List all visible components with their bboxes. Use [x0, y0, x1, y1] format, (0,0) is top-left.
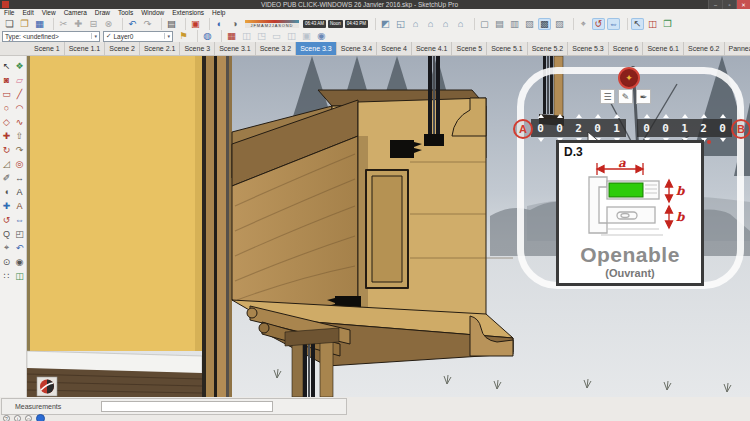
zoom-extents-icon[interactable]: ⌖	[577, 18, 590, 30]
model-info-icon[interactable]: ▣	[189, 18, 202, 30]
select-tool-icon[interactable]: ↖	[0, 59, 13, 72]
redo-icon[interactable]: ↷	[141, 18, 154, 30]
zoom-extents-tool-icon[interactable]: ⌖	[0, 241, 13, 254]
shadow-time-end[interactable]: 04:43 PM	[345, 20, 368, 28]
menu-file[interactable]: File	[0, 9, 18, 17]
paint-bucket-tool-icon[interactable]: ◙	[0, 73, 13, 86]
push-pull-tool-icon[interactable]: ⇧	[13, 129, 26, 142]
digit-cell[interactable]: 2	[569, 114, 588, 142]
menu-view[interactable]: View	[38, 9, 60, 17]
scene-tab-scene-3[interactable]: Scene 3	[180, 42, 215, 55]
menu-extensions[interactable]: Extensions	[168, 9, 208, 17]
walk-tool-icon[interactable]: ∷	[0, 269, 13, 282]
menu-edit[interactable]: Edit	[18, 9, 37, 17]
offset-tool-icon[interactable]: ◎	[13, 157, 26, 170]
digit-cell[interactable]: 0	[637, 114, 656, 142]
scene-tab-panneau-de-commande[interactable]: Panneau de commande	[725, 42, 750, 55]
position-camera-tool-icon[interactable]: ⊙	[0, 255, 13, 268]
pan-icon[interactable]: ⇔	[607, 18, 620, 30]
shadow-time-start[interactable]: 06:43 AM	[303, 20, 326, 28]
scene-tab-scene-5-3[interactable]: Scene 5.3	[568, 42, 609, 55]
increment-arrow-icon[interactable]	[644, 114, 650, 118]
axes-tool-icon[interactable]: ✚	[0, 199, 13, 212]
increment-arrow-icon[interactable]	[720, 114, 726, 118]
section-display-icon[interactable]: ◫	[646, 18, 659, 30]
orbit-tool-icon[interactable]: ↺	[0, 213, 13, 226]
back-view-icon[interactable]: ⌂	[439, 18, 452, 30]
scene-tab-scene-6-1[interactable]: Scene 6.1	[643, 42, 684, 55]
wireframe-icon[interactable]: ▤	[493, 18, 506, 30]
decrement-arrow-icon[interactable]	[538, 138, 544, 142]
section-fill-3-icon[interactable]: ▣	[300, 30, 313, 42]
scene-tab-scene-5-2[interactable]: Scene 5.2	[528, 42, 569, 55]
menu-help[interactable]: Help	[208, 9, 229, 17]
open-icon[interactable]: ❐	[18, 18, 31, 30]
shadow-date-slider[interactable]: JFMAMJJASOND	[245, 20, 299, 28]
follow-me-tool-icon[interactable]: ↷	[13, 143, 26, 156]
rotate-tool-icon[interactable]: ↻	[0, 143, 13, 156]
menu-draw[interactable]: Draw	[91, 9, 114, 17]
dimension-tool-icon[interactable]: ↔	[13, 171, 26, 184]
scene-tab-scene-3-2[interactable]: Scene 3.2	[256, 42, 297, 55]
pan-tool-icon[interactable]: ⇔	[13, 213, 26, 226]
add-location-icon[interactable]: ◐	[213, 18, 226, 30]
scene-tab-scene-5[interactable]: Scene 5	[452, 42, 487, 55]
increment-arrow-icon[interactable]	[557, 114, 563, 118]
maximize-button[interactable]: ▫	[722, 0, 736, 9]
increment-arrow-icon[interactable]	[682, 114, 688, 118]
previous-tool-icon[interactable]: ↶	[13, 241, 26, 254]
viewport-3d[interactable]: ✦ ☰✎✒ 00201 A 00120 B D.3	[27, 56, 750, 397]
increment-arrow-icon[interactable]	[538, 114, 544, 118]
help-icon[interactable]: ?	[3, 415, 10, 421]
section-fill-1-icon[interactable]: ▭	[270, 30, 283, 42]
type-dropdown[interactable]: Type: <undefined> ▾	[2, 31, 100, 42]
scene-tab-scene-6[interactable]: Scene 6	[609, 42, 644, 55]
pen-icon[interactable]: ✒	[636, 89, 651, 104]
left-view-icon[interactable]: ⌂	[454, 18, 467, 30]
3d-text-tool-icon[interactable]: A	[13, 199, 26, 212]
scene-tab-scene-1-1[interactable]: Scene 1.1	[65, 42, 106, 55]
layer-manager-icon[interactable]: ◍	[201, 30, 214, 42]
digit-cell[interactable]: 1	[675, 114, 694, 142]
sound-icon[interactable]: ◉	[315, 30, 328, 42]
section-plane-tool-icon[interactable]: ◫	[13, 269, 26, 282]
section-cut-1-icon[interactable]: ◫	[240, 30, 253, 42]
save-icon[interactable]: ▦	[33, 18, 46, 30]
scene-tab-scene-2-1[interactable]: Scene 2.1	[140, 42, 181, 55]
undo-icon[interactable]: ↶	[126, 18, 139, 30]
eraser-tool-icon[interactable]: ▱	[13, 73, 26, 86]
menu-tools[interactable]: Tools	[114, 9, 137, 17]
layer-dropdown[interactable]: ✓ Layer0 ▾	[103, 31, 173, 42]
scene-tab-scene-3-4[interactable]: Scene 3.4	[337, 42, 378, 55]
freehand-tool-icon[interactable]: ∿	[13, 115, 26, 128]
digit-cell[interactable]: 0	[656, 114, 675, 142]
paste-icon[interactable]: ⊟	[87, 18, 100, 30]
toggle-shadows-icon[interactable]: ◑	[228, 18, 241, 30]
monochrome-icon[interactable]: ▨	[553, 18, 566, 30]
hidden-line-icon[interactable]: ▥	[508, 18, 521, 30]
orbit-icon[interactable]: ↺	[592, 18, 605, 30]
badge-icon[interactable]: ✦	[618, 67, 640, 89]
delete-icon[interactable]: ⊗	[102, 18, 115, 30]
component-icon[interactable]: ❒	[661, 18, 674, 30]
zoom-tool-icon[interactable]: Q	[0, 227, 13, 240]
scene-tab-scene-4-1[interactable]: Scene 4.1	[412, 42, 453, 55]
shaded-icon[interactable]: ▧	[523, 18, 536, 30]
scene-tab-scene-2[interactable]: Scene 2	[105, 42, 140, 55]
polygon-tool-icon[interactable]: ◇	[0, 115, 13, 128]
scale-tool-icon[interactable]: ◿	[0, 157, 13, 170]
classifier-tag-icon[interactable]: ⚑	[177, 30, 190, 42]
zoom-window-tool-icon[interactable]: ◰	[13, 227, 26, 240]
info-icon[interactable]: i	[14, 415, 21, 421]
scene-tab-scene-5-1[interactable]: Scene 5.1	[487, 42, 528, 55]
increment-arrow-icon[interactable]	[614, 114, 620, 118]
select-icon[interactable]: ↖	[631, 18, 644, 30]
list-icon[interactable]: ☰	[600, 89, 615, 104]
digit-cell[interactable]: 0	[713, 114, 732, 142]
section-cut-2-icon[interactable]: ◳	[255, 30, 268, 42]
tools-icon[interactable]: ✎	[618, 89, 633, 104]
shadow-time-noon[interactable]: Noon	[328, 20, 343, 28]
minimize-button[interactable]: –	[708, 0, 722, 9]
scene-tab-scene-4[interactable]: Scene 4	[377, 42, 412, 55]
top-view-icon[interactable]: ◱	[394, 18, 407, 30]
